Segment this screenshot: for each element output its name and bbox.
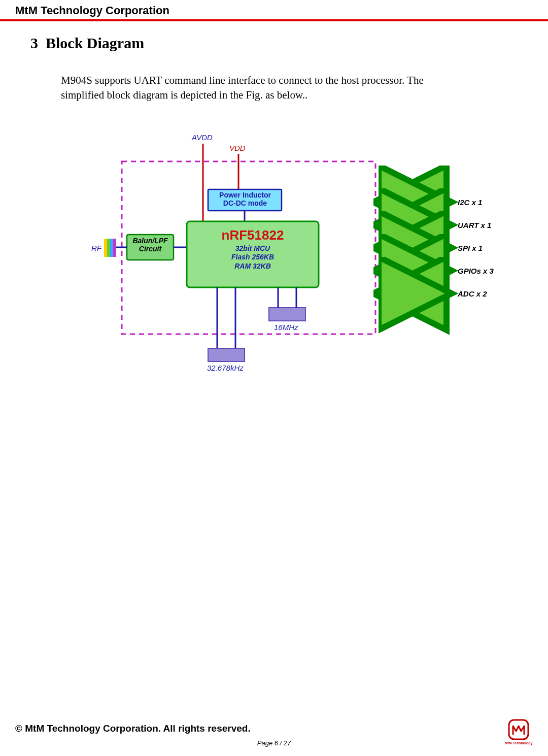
company-logo: MtM Technology xyxy=(504,719,533,745)
balun-line2: Circuit xyxy=(128,245,173,253)
label-rf: RF xyxy=(91,244,101,252)
label-uart: UART x 1 xyxy=(458,221,491,229)
mcu-l3: RAM 32KB xyxy=(187,262,319,271)
svg-rect-2 xyxy=(110,239,113,257)
page-footer: © MtM Technology Corporation. All rights… xyxy=(0,723,548,747)
label-spi: SPI x 1 xyxy=(458,244,483,252)
label-vdd: VDD xyxy=(229,144,246,152)
svg-rect-0 xyxy=(104,239,107,257)
balun-box: Balun/LPF Circuit xyxy=(128,237,173,253)
svg-rect-3 xyxy=(113,239,116,257)
label-32khz: 32.678kHz xyxy=(207,364,244,372)
section-number: 3 xyxy=(30,35,38,51)
page-number: Page 6 / 27 xyxy=(15,739,533,747)
page-header: MtM Technology Corporation xyxy=(0,0,548,21)
label-i2c: I2C x 1 xyxy=(458,198,482,207)
copyright: © MtM Technology Corporation. All rights… xyxy=(15,723,533,734)
label-avdd: AVDD xyxy=(192,133,213,142)
power-inductor-box: Power Inductor DC-DC mode xyxy=(211,191,279,207)
logo-icon xyxy=(508,719,529,740)
svg-rect-1 xyxy=(107,239,110,257)
section-heading: Block Diagram xyxy=(46,35,144,51)
label-adc: ADC x 2 xyxy=(458,289,487,298)
content-area: 3 Block Diagram M904S supports UART comm… xyxy=(0,21,548,395)
mcu-l1: 32bit MCU xyxy=(187,244,319,253)
svg-rect-12 xyxy=(269,308,305,321)
section-body: M904S supports UART command line interfa… xyxy=(61,73,447,103)
logo-text: MtM Technology xyxy=(504,741,533,745)
mcu-box: nRF51822 32bit MCU Flash 256KB RAM 32KB xyxy=(187,227,319,271)
mcu-l2: Flash 256KB xyxy=(187,253,319,262)
svg-rect-24 xyxy=(509,720,528,739)
svg-rect-15 xyxy=(208,348,245,361)
company-name: MtM Technology Corporation xyxy=(15,4,169,17)
mcu-name: nRF51822 xyxy=(187,227,319,243)
block-diagram: AVDD VDD RF Power Inductor DC-DC mode Ba… xyxy=(46,131,502,395)
power-line1: Power Inductor xyxy=(211,191,279,199)
label-gpio: GPIOs x 3 xyxy=(458,267,494,275)
label-16mhz: 16MHz xyxy=(274,323,298,332)
power-line2: DC-DC mode xyxy=(211,199,279,207)
section-title: 3 Block Diagram xyxy=(30,35,518,52)
balun-line1: Balun/LPF xyxy=(128,237,173,245)
